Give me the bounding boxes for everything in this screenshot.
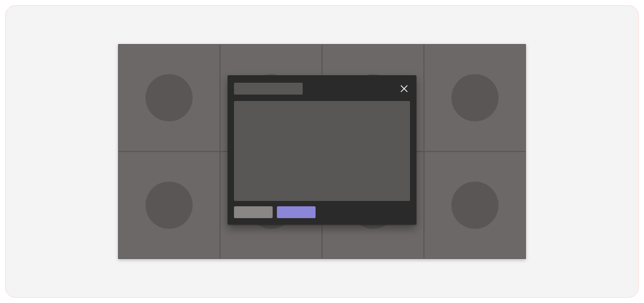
close-button[interactable]: [398, 83, 410, 95]
dialog-actions: [234, 206, 410, 218]
dialog-header: [234, 82, 410, 96]
meeting-viewport: [118, 44, 526, 259]
secondary-button[interactable]: [234, 206, 273, 218]
primary-button[interactable]: [277, 206, 316, 218]
illustration-card: [5, 5, 639, 298]
close-icon: [400, 85, 408, 92]
confirmation-dialog: [228, 75, 416, 225]
dialog-body: [234, 101, 410, 201]
dialog-title: [234, 83, 303, 95]
